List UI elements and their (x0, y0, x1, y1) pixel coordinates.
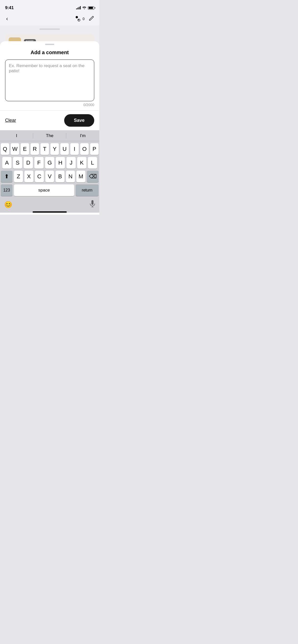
header-right: 0 (75, 16, 94, 22)
key-k[interactable]: K (77, 157, 86, 169)
bottom-sheet: Add a comment 0/2000 Clear Save I The I'… (0, 41, 99, 215)
key-row-4: 123 space return (1, 184, 99, 196)
key-h[interactable]: H (56, 157, 65, 169)
add-person-button[interactable]: 0 (75, 16, 85, 22)
status-time: 9:41 (5, 5, 14, 10)
char-count: 0/2000 (0, 101, 99, 107)
keyboard-suggestions: I The I'm (0, 130, 99, 141)
pill-handle-background (39, 28, 60, 30)
key-a[interactable]: A (2, 157, 11, 169)
numbers-key[interactable]: 123 (1, 184, 12, 196)
key-row-1: Q W E R T Y U I O P (1, 143, 99, 155)
key-x[interactable]: X (24, 171, 33, 182)
svg-rect-0 (91, 200, 93, 205)
key-row-3: ⬆ Z X C V B N M ⌫ (1, 171, 99, 182)
key-d[interactable]: D (24, 157, 33, 169)
key-i[interactable]: I (70, 143, 79, 155)
clear-button[interactable]: Clear (5, 118, 16, 123)
key-b[interactable]: B (56, 171, 64, 182)
key-r[interactable]: R (31, 143, 39, 155)
shift-key[interactable]: ⬆ (1, 171, 12, 182)
mic-key[interactable] (90, 200, 95, 209)
person-count: 0 (83, 17, 85, 21)
signal-icon (76, 6, 81, 9)
key-w[interactable]: W (11, 143, 19, 155)
sheet-title: Add a comment (0, 45, 99, 60)
suggestion-2[interactable]: The (33, 132, 66, 139)
delete-key[interactable]: ⌫ (87, 171, 99, 182)
key-n[interactable]: N (66, 171, 75, 182)
key-j[interactable]: J (66, 157, 76, 169)
key-m[interactable]: M (76, 171, 85, 182)
key-o[interactable]: O (80, 143, 89, 155)
battery-icon (88, 6, 94, 10)
keyboard-bottom: 😊 (0, 198, 99, 210)
suggestion-3[interactable]: I'm (66, 132, 99, 139)
key-c[interactable]: C (35, 171, 44, 182)
comment-textarea[interactable] (9, 63, 90, 96)
key-v[interactable]: V (45, 171, 54, 182)
status-bar: 9:41 (0, 0, 99, 12)
key-z[interactable]: Z (14, 171, 23, 182)
key-l[interactable]: L (88, 157, 97, 169)
space-key[interactable]: space (14, 184, 74, 196)
keyboard: I The I'm Q W E R T Y U I O P A S D (0, 130, 99, 213)
home-indicator (33, 211, 67, 213)
key-p[interactable]: P (90, 143, 99, 155)
comment-input-wrapper (5, 60, 94, 101)
key-q[interactable]: Q (1, 143, 9, 155)
add-person-icon (75, 16, 82, 22)
save-button[interactable]: Save (64, 114, 94, 127)
app-header: ‹ 0 (0, 12, 99, 25)
keyboard-rows: Q W E R T Y U I O P A S D F G H J K (0, 141, 99, 196)
action-row: Clear Save (0, 111, 99, 130)
suggestion-1[interactable]: I (0, 132, 33, 139)
key-row-2: A S D F G H J K L (1, 157, 99, 169)
status-icons (76, 6, 94, 10)
key-g[interactable]: G (45, 157, 54, 169)
emoji-key[interactable]: 😊 (4, 201, 12, 209)
key-y[interactable]: Y (50, 143, 59, 155)
key-u[interactable]: U (60, 143, 69, 155)
back-button[interactable]: ‹ (5, 14, 9, 23)
key-e[interactable]: E (21, 143, 29, 155)
key-t[interactable]: T (40, 143, 49, 155)
key-f[interactable]: F (34, 157, 44, 169)
edit-button[interactable] (89, 16, 94, 22)
key-s[interactable]: S (13, 157, 22, 169)
return-key[interactable]: return (76, 184, 99, 196)
wifi-icon (82, 6, 86, 10)
